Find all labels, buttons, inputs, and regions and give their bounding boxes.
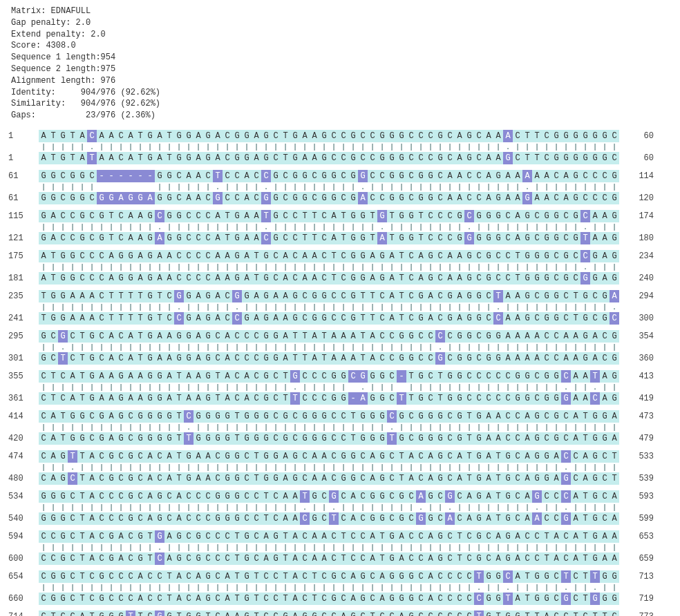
base: C — [213, 552, 223, 565]
match-tick: | — [39, 302, 48, 312]
base: T — [252, 450, 261, 463]
base: A — [193, 170, 203, 182]
base: A — [135, 570, 145, 583]
base: G — [406, 593, 416, 605]
base: T — [339, 210, 348, 222]
base: C — [406, 290, 416, 302]
base: C — [522, 530, 532, 543]
base: A — [164, 272, 174, 285]
match-tick: | — [126, 503, 135, 512]
base: A — [397, 530, 406, 543]
base: G — [474, 472, 484, 485]
base: C — [97, 552, 106, 565]
sequence: CATGGCGAGCGGGGTCGGGGTGGGCGCGGGCCTGGGCGCG… — [39, 410, 619, 423]
base: C — [503, 272, 513, 285]
position-start: 654 — [8, 572, 39, 581]
base: G — [223, 410, 232, 423]
match-tick: | — [310, 222, 319, 232]
match-tick: | — [155, 182, 164, 192]
match-tick: | — [348, 503, 358, 512]
match-tick: | — [203, 182, 213, 192]
base: G — [426, 170, 435, 182]
base: C — [329, 290, 339, 302]
base: A — [610, 552, 619, 565]
alignment-block: 654CGGCTCGCCCACCTACAGCATGTCCTACTCGCAGCAG… — [8, 570, 674, 605]
base: T — [77, 552, 87, 565]
match-tick: | — [48, 463, 58, 472]
match-tick: | — [261, 343, 271, 352]
base: C — [513, 512, 522, 525]
base: C — [426, 610, 435, 616]
base: C — [474, 170, 484, 182]
match-tick: | — [397, 142, 406, 152]
extend-penalty-line: Extend penalty: 2.0 — [11, 29, 674, 41]
base: C — [232, 170, 242, 182]
base: G — [348, 312, 358, 325]
base: G — [203, 370, 213, 383]
base: T — [368, 232, 377, 244]
base: C — [329, 130, 339, 142]
match-tick: | — [426, 262, 435, 272]
base: G — [58, 130, 68, 142]
base: A — [368, 352, 377, 365]
base: G — [551, 152, 561, 164]
match-tick: | — [551, 182, 561, 192]
base: G — [329, 570, 339, 583]
match-tick: | — [319, 583, 329, 593]
sequence: CAGCTACGCGCACATGAACGGCTGGAGCAACGGCAGCTAC… — [39, 472, 619, 485]
match-tick: | — [319, 423, 329, 432]
match-tick: | — [116, 543, 126, 552]
match-tick: | — [445, 583, 455, 593]
base: T — [106, 210, 116, 222]
base: G — [435, 352, 445, 365]
identity-line: Identity: 904/976 (92.62%) — [11, 87, 674, 99]
base: T — [135, 610, 145, 616]
match-tick: | — [126, 302, 135, 312]
match-tick: | — [271, 463, 281, 472]
base: T — [319, 352, 329, 365]
base: G — [290, 312, 300, 325]
position-end: 653 — [623, 532, 654, 541]
base: C — [97, 352, 106, 365]
base: G — [493, 192, 503, 204]
match-tick: | — [474, 463, 484, 472]
base: A — [203, 472, 213, 485]
base: G — [184, 330, 193, 343]
base: G — [435, 152, 445, 164]
base: G — [561, 130, 571, 142]
base: T — [48, 152, 58, 164]
match-tick: . — [290, 383, 300, 392]
base: A — [348, 512, 358, 525]
base: C — [387, 352, 397, 365]
match-tick: | — [48, 262, 58, 272]
position-start: 660 — [8, 594, 39, 604]
base: G — [464, 290, 474, 302]
base: A — [522, 410, 532, 423]
base: G — [58, 450, 68, 463]
base: A — [310, 552, 319, 565]
match-tick: | — [561, 182, 571, 192]
sequence-row: 414CATGGCGAGCGGGGTCGGGGTGGGCGCGGGCCTGGGC… — [8, 410, 674, 423]
sequence-row: 420CATGGCGAGCGGGGTTGGGGTGGGCGCGGGCCTGGGT… — [8, 432, 674, 445]
match-tick: | — [116, 343, 126, 352]
base: G — [532, 472, 542, 485]
match-tick: | — [310, 142, 319, 152]
base: C — [532, 210, 542, 222]
match-tick: | — [232, 463, 242, 472]
match-tick: | — [319, 222, 329, 232]
base: G — [484, 210, 493, 222]
match-tick: . — [590, 383, 600, 392]
match-tick: | — [464, 142, 474, 152]
base: G — [590, 450, 600, 463]
match-tick: | — [493, 262, 503, 272]
base: C — [203, 250, 213, 262]
base: G — [164, 432, 174, 445]
base: G — [39, 192, 48, 204]
match-tick: | — [155, 383, 164, 392]
base: G — [503, 472, 513, 485]
base: G — [116, 432, 126, 445]
base: A — [445, 272, 455, 285]
base: G — [242, 593, 252, 605]
match-tick: | — [271, 343, 281, 352]
match-tick: | — [87, 583, 97, 593]
